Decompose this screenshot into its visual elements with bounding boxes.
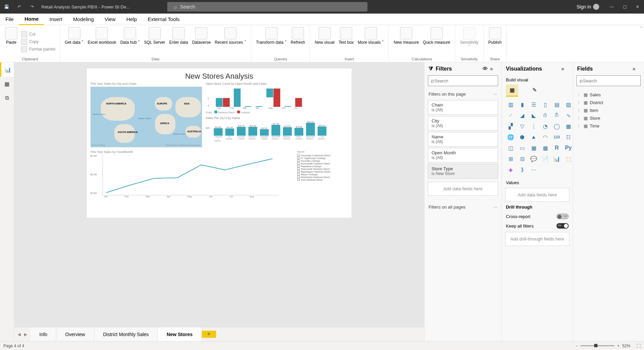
filter-card[interactable]: Open Monthis (All) xyxy=(428,148,498,162)
table-icon[interactable]: ▦ xyxy=(529,143,538,152)
stacked-column-icon[interactable]: ▮ xyxy=(517,100,527,109)
filter-card[interactable]: Chainis (All) xyxy=(428,100,498,115)
tab-new-stores[interactable]: New Stores xyxy=(158,327,202,342)
more-options-icon[interactable]: ⋯ xyxy=(529,165,538,174)
line-chart-icon[interactable]: ⟋ xyxy=(506,111,515,120)
fields-search-input[interactable] xyxy=(583,78,640,83)
text-box-button[interactable]: Text box xyxy=(337,26,356,57)
paginated-icon[interactable]: 📊 xyxy=(552,154,562,163)
line-column-icon[interactable]: ⫛ xyxy=(541,111,550,120)
line-visual[interactable] xyxy=(102,155,279,195)
menu-view[interactable]: View xyxy=(99,14,121,25)
barchart-visual[interactable]: 20 xyxy=(206,86,341,107)
tab-district[interactable]: District Monthly Sales xyxy=(94,327,158,342)
collapse-filters-icon[interactable]: » xyxy=(490,66,497,72)
filled-map-icon[interactable]: ⬢ xyxy=(517,133,527,141)
build-visual-tab-icon[interactable]: ▦ xyxy=(506,84,518,97)
redo-icon[interactable]: ↷ xyxy=(26,0,39,14)
more-visuals-button[interactable]: More visuals ˅ xyxy=(356,26,386,57)
map-icon[interactable]: 🌐 xyxy=(506,133,515,141)
fields-search[interactable]: ⌕ xyxy=(576,75,641,86)
scatter-icon[interactable]: ⋮ xyxy=(529,122,538,131)
filters-search-input[interactable] xyxy=(434,78,495,83)
filter-card[interactable]: Store Typeis New Store xyxy=(428,164,498,178)
menu-home[interactable]: Home xyxy=(19,14,44,25)
data-hub-button[interactable]: Data hub ˅ xyxy=(118,26,142,57)
filter-card[interactable]: Cityis (All) xyxy=(428,116,498,131)
field-table[interactable]: 〉▦Time xyxy=(576,122,641,130)
avatar-icon[interactable] xyxy=(593,4,599,10)
enter-data-button[interactable]: Enter data xyxy=(167,26,190,57)
maximize-icon[interactable]: ▢ xyxy=(618,0,631,14)
line-clustered-icon[interactable]: ⫚ xyxy=(552,111,562,120)
donut-icon[interactable]: ◯ xyxy=(552,122,562,131)
publish-button[interactable]: Publish xyxy=(486,26,504,57)
filters-page-menu-icon[interactable]: ⋯ xyxy=(493,92,497,97)
refresh-button[interactable]: Refresh xyxy=(289,26,307,57)
sql-server-button[interactable]: SQL Server xyxy=(142,26,167,57)
sign-in-button[interactable]: Sign in xyxy=(576,4,591,9)
eye-icon[interactable]: 👁 xyxy=(482,66,490,72)
undo-icon[interactable]: ↶ xyxy=(13,0,26,14)
zoom-out-icon[interactable]: − xyxy=(575,344,578,348)
tab-info[interactable]: Info xyxy=(31,327,56,342)
field-table[interactable]: 〉▦Item xyxy=(576,106,641,114)
minimize-icon[interactable]: — xyxy=(605,0,618,14)
excel-workbook-button[interactable]: Excel workbook xyxy=(86,26,118,57)
stacked-area-icon[interactable]: ◣ xyxy=(529,111,538,120)
kpi-icon[interactable]: ◫ xyxy=(506,143,515,152)
next-page-icon[interactable]: ▶ xyxy=(24,332,27,337)
filters-drop-zone[interactable]: Add data fields here xyxy=(428,182,498,196)
menu-modeling[interactable]: Modeling xyxy=(68,14,99,25)
card-icon[interactable]: 123 xyxy=(552,133,562,141)
collapse-ribbon-icon[interactable]: ˆ xyxy=(641,26,642,31)
report-canvas[interactable]: New Stores Analysis This Year Sales by C… xyxy=(14,62,424,327)
slicer-icon[interactable]: ▭ xyxy=(517,143,527,152)
get-data-button[interactable]: Get data ˅ xyxy=(63,26,86,57)
field-table[interactable]: 〉▦Sales xyxy=(576,91,641,99)
format-visual-tab-icon[interactable]: ✎ xyxy=(528,84,541,97)
transform-data-button[interactable]: Transform data ˅ xyxy=(254,26,289,57)
stacked-bar-icon[interactable]: ▥ xyxy=(506,100,515,109)
r-visual-icon[interactable]: R xyxy=(552,143,562,152)
collapse-fields-icon[interactable]: » xyxy=(632,66,640,72)
report-view-icon[interactable]: 📊 xyxy=(0,62,14,77)
narrative-icon[interactable]: 📄 xyxy=(541,154,550,163)
keep-filters-toggle[interactable]: On xyxy=(556,223,569,229)
zoom-slider[interactable] xyxy=(581,345,614,346)
pie-icon[interactable]: ◔ xyxy=(541,122,550,131)
paste-button[interactable]: Paste xyxy=(3,26,20,57)
gauge-icon[interactable]: ◠ xyxy=(541,133,550,141)
collapse-viz-icon[interactable]: » xyxy=(561,66,569,72)
zoom-control[interactable]: − + 52% ⛶ xyxy=(575,344,641,348)
decomposition-icon[interactable]: ⊟ xyxy=(517,154,527,163)
100-column-icon[interactable]: ▨ xyxy=(564,100,573,109)
menu-insert[interactable]: Insert xyxy=(44,14,68,25)
tab-overview[interactable]: Overview xyxy=(56,327,94,342)
python-visual-icon[interactable]: Py xyxy=(564,143,573,152)
funnel-icon[interactable]: ▽ xyxy=(517,122,527,131)
quick-measure-button[interactable]: Quick measure xyxy=(421,26,452,57)
menu-file[interactable]: File xyxy=(0,14,19,25)
new-measure-button[interactable]: New measure xyxy=(392,26,421,57)
save-icon[interactable]: 💾 xyxy=(0,0,13,14)
menu-help[interactable]: Help xyxy=(121,14,143,25)
filters-all-menu-icon[interactable]: ⋯ xyxy=(493,205,497,210)
model-view-icon[interactable]: ⧉ xyxy=(0,91,14,105)
filters-search[interactable]: ⌕ xyxy=(428,75,498,86)
field-table[interactable]: 〉▦Store xyxy=(576,114,641,122)
powerapps-icon[interactable]: ⬚ xyxy=(564,154,573,163)
ribbon-chart-icon[interactable]: ∿ xyxy=(564,111,573,120)
prev-page-icon[interactable]: ◀ xyxy=(18,332,21,337)
new-visual-button[interactable]: New visual xyxy=(313,26,337,57)
recent-sources-button[interactable]: Recent sources ˅ xyxy=(213,26,248,57)
close-icon[interactable]: ✕ xyxy=(631,0,644,14)
key-influencers-icon[interactable]: ⊞ xyxy=(506,154,515,163)
sqft-visual[interactable]: $12.84 $12.26 $14.75 $14.93 $10.92 $17.9… xyxy=(214,121,341,136)
dataverse-button[interactable]: Dataverse xyxy=(190,26,213,57)
global-search[interactable]: ⌕ Search xyxy=(167,2,367,12)
treemap-icon[interactable]: ▦ xyxy=(564,122,573,131)
matrix-icon[interactable]: ▩ xyxy=(541,143,550,152)
get-more-visuals-icon[interactable]: ⟫ xyxy=(517,165,527,174)
waterfall-icon[interactable]: ▞ xyxy=(506,122,515,131)
